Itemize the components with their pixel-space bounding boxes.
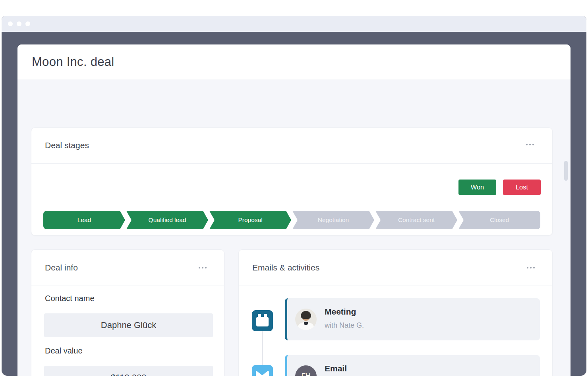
- activity-title: Meeting: [325, 307, 356, 317]
- activity-title: Email: [325, 364, 347, 373]
- contact-name-label: Contact name: [45, 294, 95, 303]
- mail-icon[interactable]: [252, 365, 273, 376]
- divider: [31, 286, 224, 286]
- screenshot-canvas: Moon Inc. deal Deal stages Won Lost Lead…: [0, 0, 588, 392]
- app-body: Deal stages Won Lost Lead Qualified lead…: [17, 79, 571, 376]
- lost-button[interactable]: Lost: [503, 180, 541, 195]
- divider: [31, 163, 552, 164]
- deal-info-title: Deal info: [45, 263, 78, 272]
- stage-lead[interactable]: Lead: [43, 211, 125, 229]
- app-header: Moon Inc. deal: [17, 44, 571, 79]
- stage-closed[interactable]: Closed: [458, 211, 540, 229]
- avatar: FH: [295, 365, 317, 376]
- deal-info-card: Deal info Contact name Daphne Glück Deal…: [31, 249, 224, 376]
- traffic-dot-icon: [17, 21, 21, 26]
- scrollbar-thumb[interactable]: [564, 161, 568, 181]
- browser-chrome-bar: [2, 16, 586, 32]
- deal-stages-card: Deal stages Won Lost Lead Qualified lead…: [31, 127, 553, 236]
- deal-value-label: Deal value: [45, 346, 83, 355]
- divider: [239, 286, 552, 286]
- avatar: [295, 309, 317, 330]
- deal-value-field[interactable]: $119,000: [44, 366, 213, 376]
- activity-item-email[interactable]: FH Email from Florence Hugh Re: Thanks f…: [285, 355, 540, 376]
- ellipsis-menu-icon[interactable]: [527, 267, 535, 268]
- traffic-dot-icon: [8, 21, 13, 26]
- ellipsis-menu-icon[interactable]: [199, 267, 207, 268]
- traffic-dot-icon: [25, 21, 30, 26]
- activity-item-meeting[interactable]: Meeting with Nate G.: [285, 298, 540, 340]
- emails-activities-title: Emails & activities: [252, 263, 319, 272]
- stage-qualified-lead[interactable]: Qualified lead: [126, 211, 208, 229]
- stage-proposal[interactable]: Proposal: [209, 211, 291, 229]
- ellipsis-menu-icon[interactable]: [526, 144, 534, 145]
- deal-stage-pipeline: Lead Qualified lead Proposal Negotiation…: [43, 211, 540, 229]
- activity-subtitle: with Nate G.: [325, 321, 364, 330]
- calendar-icon[interactable]: [252, 310, 273, 331]
- app-content: Moon Inc. deal Deal stages Won Lost Lead…: [17, 44, 571, 376]
- page-title: Moon Inc. deal: [32, 55, 114, 69]
- won-button[interactable]: Won: [458, 180, 496, 195]
- browser-window: Moon Inc. deal Deal stages Won Lost Lead…: [2, 16, 586, 376]
- emails-activities-card: Emails & activities: [238, 249, 553, 376]
- stage-contract-sent[interactable]: Contract sent: [375, 211, 457, 229]
- contact-name-field[interactable]: Daphne Glück: [44, 313, 213, 337]
- deal-stages-title: Deal stages: [45, 141, 89, 150]
- stage-negotiation[interactable]: Negotiation: [292, 211, 374, 229]
